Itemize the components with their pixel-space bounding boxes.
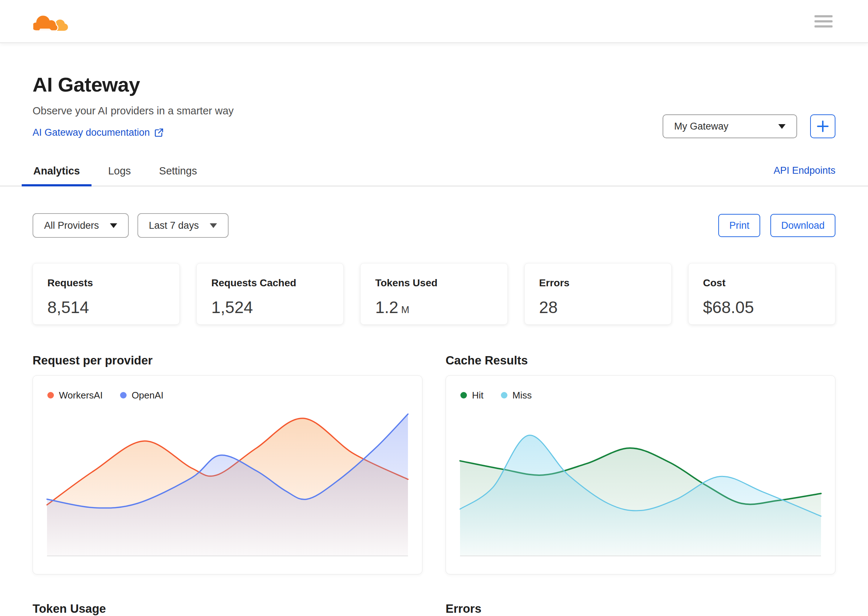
tab-settings-label: Settings (159, 165, 197, 177)
area-chart-request-per-provider (45, 407, 410, 559)
chart-title-token-usage: Token Usage (33, 602, 422, 616)
charts-row: Request per provider WorkersAI OpenAI (33, 354, 835, 574)
stat-label: Requests Cached (211, 277, 329, 289)
page-title: AI Gateway (33, 73, 233, 96)
legend-dot-icon (501, 392, 508, 399)
stat-card-requests: Requests 8,514 (33, 263, 180, 325)
stat-card-errors: Errors 28 (525, 263, 672, 325)
page-head: AI Gateway Observe your AI providers in … (33, 73, 835, 138)
stats-row: Requests 8,514 Requests Cached 1,524 Tok… (33, 263, 835, 325)
cloudflare-cloud-icon (33, 10, 68, 33)
chart-legend: Hit Miss (458, 389, 823, 402)
chart-legend: WorkersAI OpenAI (45, 389, 410, 402)
stat-value: 28 (539, 297, 657, 317)
tab-bar: Analytics Logs Settings API Endpoints (0, 162, 868, 186)
cloudflare-logo[interactable] (33, 10, 68, 33)
menu-button[interactable] (815, 15, 832, 28)
download-button[interactable]: Download (770, 214, 835, 237)
api-endpoints-link[interactable]: API Endpoints (774, 165, 835, 185)
stat-card-cost: Cost $68.05 (688, 263, 835, 325)
main-content: AI Gateway Observe your AI providers in … (0, 73, 868, 616)
provider-filter-select[interactable]: All Providers (33, 213, 129, 238)
legend-item-workersai: WorkersAI (47, 390, 103, 401)
stat-value: 1.2M (375, 297, 493, 317)
chart-request-per-provider: Request per provider WorkersAI OpenAI (33, 354, 422, 574)
top-nav-bar (0, 0, 868, 43)
tab-settings[interactable]: Settings (147, 162, 209, 185)
chart-cache-results: Cache Results Hit Miss (446, 354, 835, 574)
tab-analytics[interactable]: Analytics (22, 162, 91, 185)
stat-label: Errors (539, 277, 657, 289)
stat-label: Tokens Used (375, 277, 493, 289)
stat-value: $68.05 (703, 297, 821, 317)
stat-value: 8,514 (47, 297, 165, 317)
provider-filter-value: All Providers (44, 220, 99, 231)
date-range-select[interactable]: Last 7 days (138, 213, 229, 238)
hamburger-bar (815, 25, 832, 28)
stat-label: Requests (47, 277, 165, 289)
documentation-link-label: AI Gateway documentation (33, 127, 150, 138)
chart-card: Hit Miss (446, 375, 835, 574)
legend-item-openai: OpenAI (120, 390, 163, 401)
legend-label: Hit (472, 390, 484, 401)
more-charts-row: Token Usage Errors (33, 602, 835, 616)
stat-card-requests-cached: Requests Cached 1,524 (196, 263, 343, 325)
tab-analytics-label: Analytics (33, 165, 80, 177)
gateway-select[interactable]: My Gateway (663, 115, 797, 138)
print-button[interactable]: Print (718, 214, 760, 237)
ai-gateway-page: AI Gateway Observe your AI providers in … (0, 0, 868, 616)
legend-dot-icon (120, 392, 127, 399)
legend-dot-icon (47, 392, 54, 399)
gateway-controls: My Gateway (663, 115, 835, 138)
plus-icon (816, 120, 829, 133)
chart-card: WorkersAI OpenAI (33, 375, 422, 574)
chart-title: Cache Results (446, 354, 835, 367)
legend-item-hit: Hit (461, 390, 484, 401)
stat-card-tokens-used: Tokens Used 1.2M (360, 263, 508, 325)
tab-logs-label: Logs (108, 165, 131, 177)
stat-value: 1,524 (211, 297, 329, 317)
legend-label: WorkersAI (59, 390, 103, 401)
gateway-select-value: My Gateway (674, 121, 729, 132)
stat-value-suffix: M (401, 304, 410, 315)
chart-title: Request per provider (33, 354, 422, 367)
hamburger-bar (815, 15, 832, 17)
page-head-left: AI Gateway Observe your AI providers in … (33, 73, 233, 138)
legend-dot-icon (461, 392, 467, 399)
legend-item-miss: Miss (501, 390, 532, 401)
date-range-value: Last 7 days (149, 220, 199, 231)
tab-logs[interactable]: Logs (97, 162, 143, 185)
filter-toolbar: All Providers Last 7 days Print Download (33, 213, 835, 238)
add-gateway-button[interactable] (810, 115, 835, 138)
chart-title-errors: Errors (446, 602, 835, 616)
documentation-link[interactable]: AI Gateway documentation (33, 127, 164, 138)
chevron-down-icon (110, 223, 117, 228)
area-chart-cache-results (458, 407, 823, 559)
chevron-down-icon (210, 223, 217, 228)
page-subtitle: Observe your AI providers in a smarter w… (33, 105, 233, 117)
legend-label: Miss (512, 390, 532, 401)
legend-label: OpenAI (132, 390, 163, 401)
external-link-icon (154, 128, 164, 138)
hamburger-bar (815, 20, 832, 22)
stat-label: Cost (703, 277, 821, 289)
chevron-down-icon (778, 124, 785, 129)
